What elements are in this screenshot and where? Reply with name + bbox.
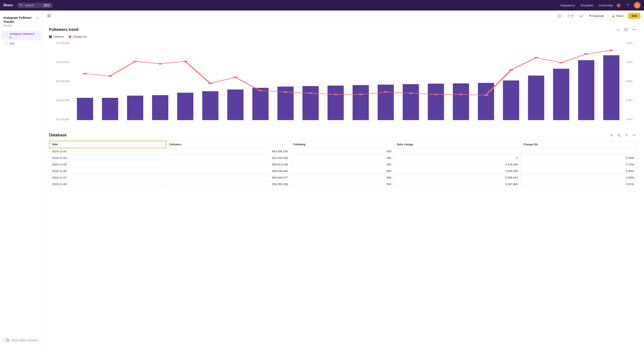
chart-container: 725,000,000 700,000,000 675,000,000 650,…: [49, 42, 637, 125]
cell-daily-change: 4,479,000: [394, 161, 520, 168]
db-search-icon[interactable]: 🔍: [616, 132, 622, 138]
chart-actions: 💬 •••: [615, 26, 637, 33]
topnav-icons: 🎁 ? A: [616, 2, 640, 8]
sidebar-toggle-icon[interactable]: [46, 12, 52, 19]
col-change-pct[interactable]: Change (%): [520, 141, 637, 148]
svg-rect-23: [428, 84, 444, 120]
col-date[interactable]: Date: [49, 141, 166, 148]
y-axis-right: 1.60% 1.20% 0.80% 0.40% 0.00%: [624, 42, 637, 125]
table-row[interactable]: 2024-11-04 642,434,158 583 0 0.00%: [49, 155, 637, 161]
table-row[interactable]: 2024-11-05 646,913,158 583 4,479,000 0.7…: [49, 161, 637, 168]
svg-point-46: [459, 94, 463, 95]
cell-date: 2024-11-03: [49, 148, 166, 155]
col-followers[interactable]: Followers: [166, 141, 290, 148]
table-row[interactable]: 2024-11-07 654,948,477 583 5,509,013 0.8…: [49, 174, 637, 181]
project-header[interactable]: Instagram Follower Tracker Testing ▾: [0, 14, 42, 31]
table-row[interactable]: 2024-11-08 658,295,939 583 3,347,463 0.5…: [49, 181, 637, 187]
show-hidden-toggle[interactable]: Show hidden elements: [0, 336, 42, 345]
avatar[interactable]: A: [634, 2, 640, 8]
main-toolbar: ⬜ 🕐 ▾ 📈 ⧉ Duplicate 🔒 Share Edit: [42, 10, 644, 21]
toolbar-right: ⬜ 🕐 ▾ 📈 ⧉ Duplicate 🔒 Share Edit: [556, 12, 640, 19]
history-button[interactable]: 🕐 ▾: [564, 13, 576, 19]
svg-point-49: [534, 57, 538, 58]
svg-point-44: [408, 92, 413, 94]
cell-followers: 642,434,158: [166, 148, 290, 155]
cell-following: 583: [291, 181, 394, 187]
cell-date: 2024-11-08: [49, 181, 166, 187]
toggle-track[interactable]: [4, 339, 10, 342]
svg-point-42: [358, 94, 363, 95]
y-right-1: 1.20%: [626, 61, 632, 63]
sidebar-item-aux[interactable]: 📄 Aux: [1, 40, 41, 47]
chart-icon[interactable]: 📈: [578, 12, 585, 19]
cell-daily-change: 0: [394, 155, 520, 161]
db-filter-icon[interactable]: ☰: [624, 132, 630, 138]
cell-daily-change: 3,347,463: [394, 181, 520, 187]
preview-icon[interactable]: ⬜: [556, 12, 563, 19]
app-logo[interactable]: Rows: [4, 3, 13, 7]
chart-type-icon[interactable]: [615, 26, 621, 33]
db-grid-icon[interactable]: ⊞: [608, 132, 615, 138]
svg-rect-20: [353, 85, 369, 120]
svg-rect-13: [177, 93, 193, 120]
cell-followers: 658,295,939: [166, 181, 290, 187]
templates-link[interactable]: Templates: [580, 4, 593, 7]
cell-following: 583: [291, 168, 394, 174]
svg-rect-10: [102, 98, 118, 120]
db-header: Database ⊞ 🔍 ☰ •••: [49, 132, 637, 138]
topnav-links: Integrations Templates Community: [560, 4, 613, 7]
svg-point-48: [509, 69, 513, 71]
more-options-icon[interactable]: •••: [631, 26, 637, 33]
search-bar[interactable]: 🔍 Search ⌘ K: [17, 3, 52, 8]
svg-rect-12: [152, 95, 168, 120]
cell-following: 583: [291, 148, 394, 155]
chart-header: Followers trend 💬 •••: [49, 26, 637, 33]
edit-button[interactable]: Edit: [628, 13, 640, 19]
table-row[interactable]: 2024-11-03 642,434,158 583: [49, 148, 637, 155]
share-button[interactable]: 🔒 Share: [609, 13, 626, 19]
svg-point-41: [334, 94, 338, 95]
svg-point-38: [258, 90, 262, 91]
cell-daily-change: 2,526,306: [394, 168, 520, 174]
y-right-2: 0.80%: [626, 80, 632, 83]
legend-followers: Followers: [49, 35, 64, 38]
cell-followers: 646,913,158: [166, 161, 290, 168]
svg-point-31: [83, 73, 87, 74]
cell-following: 583: [291, 174, 394, 181]
col-following[interactable]: Following: [291, 141, 394, 148]
duplicate-label: Duplicate: [592, 14, 604, 17]
svg-rect-22: [403, 84, 419, 120]
svg-rect-0: [47, 14, 51, 15]
cell-daily-change: 5,509,013: [394, 174, 520, 181]
legend-change: Change (%): [68, 35, 86, 38]
cell-change-pct: 0.00%: [520, 155, 637, 161]
main-content: ⬜ 🕐 ▾ 📈 ⧉ Duplicate 🔒 Share Edit: [42, 10, 644, 348]
chart-section: Followers trend 💬 •••: [49, 26, 637, 125]
svg-rect-25: [478, 83, 494, 120]
comment-icon[interactable]: 💬: [623, 26, 629, 33]
gift-icon[interactable]: 🎁: [616, 2, 622, 8]
svg-rect-18: [302, 86, 319, 120]
cell-change-pct: [520, 148, 637, 155]
cell-followers: 642,434,158: [166, 155, 290, 161]
svg-point-32: [108, 75, 112, 77]
duplicate-button[interactable]: ⧉ Duplicate: [586, 12, 607, 19]
topnav: Rows 🔍 Search ⌘ K Integrations Templates…: [0, 0, 644, 10]
col-daily-change[interactable]: Daily change: [394, 141, 520, 148]
duplicate-icon: ⧉: [590, 14, 592, 17]
sidebar: Instagram Follower Tracker Testing ▾ 📄 I…: [0, 10, 42, 348]
db-more-icon[interactable]: •••: [631, 132, 637, 138]
y-right-3: 0.40%: [626, 99, 632, 102]
project-subtitle: Testing: [4, 24, 37, 27]
svg-rect-27: [528, 75, 544, 120]
search-icon: 🔍: [20, 4, 23, 7]
search-label: Search: [25, 4, 34, 7]
svg-rect-28: [553, 69, 569, 120]
integrations-link[interactable]: Integrations: [560, 4, 575, 7]
table-row[interactable]: 2024-11-06 649,439,464 583 2,526,306 0.3…: [49, 168, 637, 174]
sidebar-item-instagram-followers[interactable]: 📄 Instagram followers tr...: [1, 31, 41, 40]
help-icon[interactable]: ?: [625, 2, 631, 8]
y-left-3: 650,000,000: [56, 99, 69, 102]
community-link[interactable]: Community: [598, 4, 613, 7]
svg-rect-24: [453, 83, 469, 120]
